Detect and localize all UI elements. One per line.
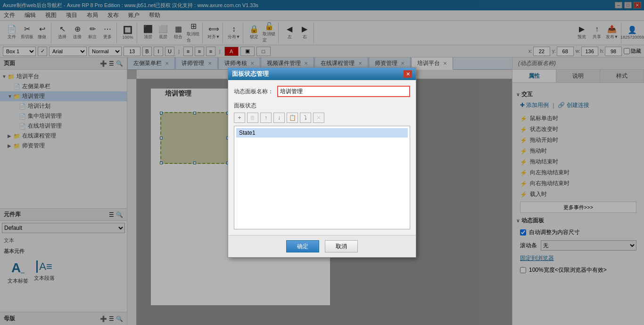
state-list: State1: [234, 126, 410, 229]
state-down-btn[interactable]: ↓: [273, 113, 285, 123]
state-delete-btn[interactable]: 🗑: [247, 113, 258, 123]
panel-state-dialog: 面板状态管理 ✕ 动态面板名称： 面板状态 + 🗑 ↑ ↓ 📋 ⤵ ✕ Stat…: [228, 67, 416, 258]
state-copy-btn[interactable]: 📋: [287, 113, 298, 123]
state-up-btn[interactable]: ↑: [260, 113, 272, 123]
state-add-btn[interactable]: +: [234, 113, 245, 123]
modal-ok-button[interactable]: 确定: [286, 240, 319, 252]
state-toolbar: + 🗑 ↑ ↓ 📋 ⤵ ✕: [234, 113, 410, 123]
modal-title-bar: 面板状态管理 ✕: [228, 68, 416, 80]
modal-footer: 确定 取消: [228, 235, 416, 257]
modal-name-row: 动态面板名称：: [234, 86, 410, 97]
modal-title: 面板状态管理: [232, 70, 269, 78]
state-remove-btn[interactable]: ✕: [313, 113, 324, 123]
modal-cancel-button[interactable]: 取消: [325, 240, 358, 252]
state-import-btn[interactable]: ⤵: [300, 113, 311, 123]
state-item-0[interactable]: State1: [236, 128, 408, 138]
modal-body: 动态面板名称： 面板状态 + 🗑 ↑ ↓ 📋 ⤵ ✕ State1: [228, 80, 416, 235]
state-section-label: 面板状态: [234, 102, 410, 110]
modal-overlay: 面板状态管理 ✕ 动态面板名称： 面板状态 + 🗑 ↑ ↓ 📋 ⤵ ✕ Stat…: [0, 0, 644, 325]
modal-name-label: 动态面板名称：: [234, 88, 273, 96]
modal-close-button[interactable]: ✕: [404, 70, 412, 78]
modal-name-input[interactable]: [277, 86, 410, 97]
